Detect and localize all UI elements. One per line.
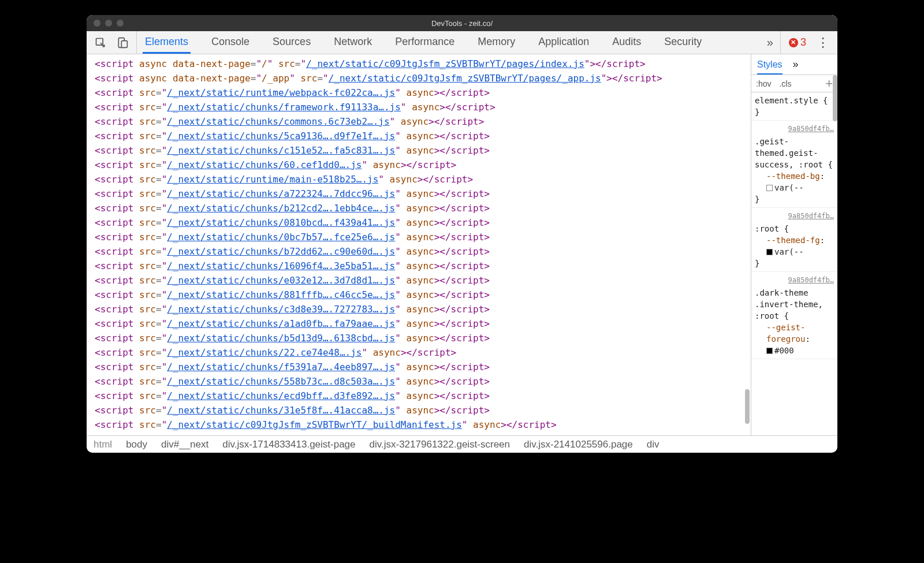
tab-audits[interactable]: Audits [610,31,643,54]
inspect-icon[interactable] [95,37,106,49]
dom-breadcrumb: htmlbodydiv#__nextdiv.jsx-1714833413.gei… [87,435,837,453]
device-toggle-icon[interactable] [117,37,128,49]
styles-tabs: Styles » [751,54,837,75]
more-styles-tabs-icon[interactable]: » [793,58,799,70]
dom-node[interactable]: <script src="/_next/static/chunks/c3d8e3… [95,302,751,316]
dom-node[interactable]: <script src="/_next/static/chunks/31e5f8… [95,403,751,417]
minimize-dot[interactable] [105,20,112,27]
tab-security[interactable]: Security [662,31,704,54]
dom-node[interactable]: <script src="/_next/static/chunks/60.cef… [95,158,751,172]
tab-memory[interactable]: Memory [475,31,517,54]
svg-rect-2 [121,40,127,47]
zoom-dot[interactable] [117,20,124,27]
elements-tree[interactable]: <script async data-next-page="/" src="/_… [87,54,751,435]
titlebar: DevTools - zeit.co/ [87,15,837,31]
breadcrumb-item[interactable]: html [94,439,112,450]
content: <script async data-next-page="/" src="/_… [87,54,837,435]
more-tabs-icon[interactable]: » [760,31,780,54]
breadcrumb-item[interactable]: div#__next [161,439,208,450]
error-icon: ✕ [789,38,798,47]
style-rules[interactable]: element.style {}9a850df4fb….geist-themed… [751,92,837,359]
dom-node[interactable]: <script src="/_next/static/chunks/22.ce7… [95,345,751,360]
toolbar-icons [87,31,137,54]
error-count: 3 [800,36,806,49]
dom-node[interactable]: <script src="/_next/static/chunks/a72232… [95,187,751,201]
rule-source-link[interactable]: 9a850df4fb… [755,123,834,135]
panel-tabs: ElementsConsoleSourcesNetworkPerformance… [137,31,760,54]
rule-source-link[interactable]: 9a850df4fb… [755,210,834,222]
styles-filter-bar: :hov .cls + [751,75,837,92]
tab-styles[interactable]: Styles [757,59,783,74]
dom-node[interactable]: <script src="/_next/static/chunks/b5d13d… [95,331,751,345]
traffic-lights [94,20,124,27]
dom-node[interactable]: <script src="/_next/static/chunks/558b73… [95,374,751,389]
dom-node[interactable]: <script src="/_next/static/c09JtgJsfm_zS… [95,417,751,432]
dom-node[interactable]: <script src="/_next/static/runtime/webpa… [95,85,751,100]
class-toggle[interactable]: .cls [779,79,791,88]
style-rule[interactable]: 9a850df4fb….geist-themed.geist-success, … [751,121,837,208]
tab-performance[interactable]: Performance [393,31,457,54]
dom-node[interactable]: <script src="/_next/static/chunks/b72dd6… [95,244,751,259]
dom-node[interactable]: <script src="/_next/static/chunks/16096f… [95,259,751,273]
rule-source-link[interactable]: 9a850df4fb… [755,274,834,286]
style-rule[interactable]: 9a850df4fb….dark-theme .invert-theme, :r… [751,272,837,359]
dom-node[interactable]: <script src="/_next/static/chunks/881fff… [95,288,751,302]
scrollbar-thumb[interactable] [745,389,750,424]
dom-node[interactable]: <script async data-next-page="/_app" src… [95,71,751,85]
dom-node[interactable]: <script src="/_next/static/chunks/5ca913… [95,129,751,143]
dom-node[interactable]: <script src="/_next/static/chunks/a1ad0f… [95,316,751,331]
dom-node[interactable]: <script async data-next-page="/" src="/_… [95,57,751,71]
dom-node[interactable]: <script src="/_next/static/chunks/f5391a… [95,360,751,374]
dom-node[interactable]: <script src="/_next/static/chunks/e032e1… [95,273,751,288]
dom-node[interactable]: <script src="/_next/static/chunks/b212cd… [95,201,751,215]
dom-node[interactable]: <script src="/_next/static/chunks/ecd9bf… [95,389,751,403]
window-title: DevTools - zeit.co/ [87,19,837,28]
dom-node[interactable]: <script src="/_next/static/chunks/c151e5… [95,143,751,158]
breadcrumb-item[interactable]: div [647,439,660,450]
dom-node[interactable]: <script src="/_next/static/chunks/common… [95,114,751,129]
hover-toggle[interactable]: :hov [756,79,771,88]
dom-node[interactable]: <script src="/_next/static/chunks/0810bc… [95,215,751,230]
breadcrumb-item[interactable]: div.jsx-3217961322.geist-screen [370,439,511,450]
close-dot[interactable] [94,20,100,27]
breadcrumb-item[interactable]: div.jsx-2141025596.page [524,439,633,450]
devtools-window: DevTools - zeit.co/ ElementsConsoleSourc… [87,15,837,453]
breadcrumb-item[interactable]: body [126,439,147,450]
breadcrumb-item[interactable]: div.jsx-1714833413.geist-page [222,439,355,450]
dom-node[interactable]: <script src="/_next/static/chunks/0bc7b5… [95,230,751,244]
dom-node[interactable]: <script src="/_next/static/runtime/main-… [95,172,751,187]
styles-scrollbar-thumb[interactable] [833,75,837,121]
tab-elements[interactable]: Elements [143,31,191,54]
main-toolbar: ElementsConsoleSourcesNetworkPerformance… [87,31,837,54]
error-badge[interactable]: ✕ 3 [789,36,806,49]
style-rule[interactable]: 9a850df4fb…:root {--themed-fg:var(--} [751,208,837,272]
style-rule[interactable]: element.style {} [751,92,837,121]
new-style-rule-icon[interactable]: + [825,76,833,91]
tab-console[interactable]: Console [209,31,252,54]
tab-application[interactable]: Application [536,31,591,54]
tab-sources[interactable]: Sources [270,31,313,54]
tab-network[interactable]: Network [331,31,374,54]
styles-panel: Styles » :hov .cls + element.style {}9a8… [751,54,837,435]
dom-node[interactable]: <script src="/_next/static/chunks/framew… [95,100,751,114]
